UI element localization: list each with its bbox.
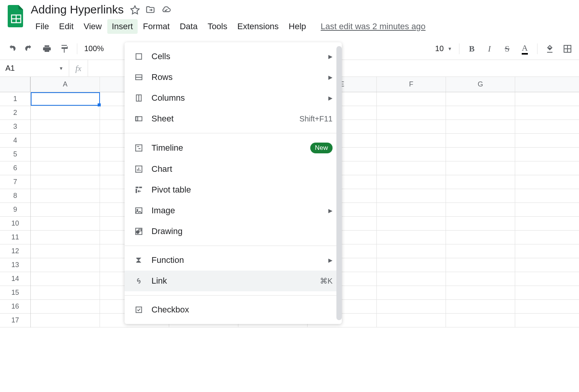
column-header[interactable]: F [377, 77, 446, 92]
cell[interactable] [31, 314, 100, 327]
borders-button[interactable] [562, 43, 573, 54]
menu-insert[interactable]: Insert [107, 19, 138, 34]
star-icon[interactable] [130, 5, 139, 14]
paint-format-button[interactable] [59, 43, 70, 54]
menu-item-sheet[interactable]: SheetShift+F11 [125, 108, 342, 129]
cell[interactable] [446, 217, 515, 230]
cell[interactable] [446, 175, 515, 189]
menu-item-rows[interactable]: Rows▶ [125, 67, 342, 88]
cell[interactable] [377, 286, 446, 299]
undo-button[interactable] [6, 43, 17, 54]
cell[interactable] [377, 120, 446, 133]
menu-edit[interactable]: Edit [54, 19, 78, 34]
row-header[interactable]: 5 [0, 148, 30, 161]
row-header[interactable]: 2 [0, 106, 30, 120]
font-size-select[interactable]: 10 ▼ [435, 44, 452, 53]
cell[interactable] [31, 300, 100, 313]
cell[interactable] [377, 148, 446, 161]
menu-item-pivot-table[interactable]: Pivot table [125, 179, 342, 200]
redo-button[interactable] [24, 43, 35, 54]
cloud-status-icon[interactable] [161, 5, 170, 14]
document-title[interactable]: Adding Hyperlinks [31, 3, 124, 16]
menu-item-timeline[interactable]: TimelineNew [125, 137, 342, 159]
cell[interactable] [31, 189, 100, 203]
cell[interactable] [31, 272, 100, 286]
cell[interactable] [377, 217, 446, 230]
cell[interactable] [31, 161, 100, 175]
cell[interactable] [377, 203, 446, 216]
cell[interactable] [446, 314, 515, 327]
menu-item-drawing[interactable]: Drawing [125, 221, 342, 242]
row-header[interactable]: 15 [0, 286, 30, 300]
cell[interactable] [377, 106, 446, 120]
cell[interactable] [446, 231, 515, 244]
cell[interactable] [446, 134, 515, 147]
row-header[interactable]: 16 [0, 300, 30, 314]
select-all-corner[interactable] [0, 77, 30, 92]
menu-view[interactable]: View [79, 19, 106, 34]
cell[interactable] [377, 314, 446, 327]
cell[interactable] [446, 258, 515, 272]
move-icon[interactable] [145, 5, 155, 14]
cell[interactable] [446, 106, 515, 120]
row-header[interactable]: 10 [0, 217, 30, 231]
row-header[interactable]: 9 [0, 203, 30, 217]
cell[interactable] [446, 161, 515, 175]
sheets-logo[interactable] [6, 3, 26, 29]
cell[interactable] [377, 92, 446, 106]
row-header[interactable]: 11 [0, 231, 30, 244]
scrollbar[interactable] [336, 46, 342, 320]
menu-help[interactable]: Help [284, 19, 311, 34]
cell[interactable] [31, 148, 100, 161]
menu-item-checkbox[interactable]: Checkbox [125, 299, 342, 320]
row-header[interactable]: 4 [0, 134, 30, 148]
row-header[interactable]: 12 [0, 244, 30, 258]
cell[interactable] [377, 244, 446, 258]
row-header[interactable]: 13 [0, 258, 30, 272]
cell[interactable] [377, 134, 446, 147]
row-header[interactable]: 1 [0, 92, 30, 106]
menu-item-cells[interactable]: Cells▶ [125, 46, 342, 67]
row-header[interactable]: 14 [0, 272, 30, 286]
menu-item-chart[interactable]: Chart [125, 159, 342, 179]
fill-color-button[interactable] [544, 43, 555, 54]
strikethrough-button[interactable]: S [502, 43, 512, 54]
cell[interactable] [446, 286, 515, 299]
zoom-select[interactable]: 100% [84, 44, 104, 53]
text-color-button[interactable]: A [519, 43, 530, 54]
cell[interactable] [31, 217, 100, 230]
print-button[interactable] [42, 43, 52, 54]
last-edit-link[interactable]: Last edit was 2 minutes ago [321, 22, 426, 32]
menu-extensions[interactable]: Extensions [233, 19, 283, 34]
cell[interactable] [446, 120, 515, 133]
cell[interactable] [446, 189, 515, 203]
column-header[interactable]: G [446, 77, 515, 92]
cell[interactable] [377, 231, 446, 244]
cell[interactable] [31, 231, 100, 244]
cell[interactable] [446, 92, 515, 106]
row-header[interactable]: 3 [0, 120, 30, 134]
cell[interactable] [31, 244, 100, 258]
cell[interactable] [31, 258, 100, 272]
cell[interactable] [377, 300, 446, 313]
menu-item-function[interactable]: Function▶ [125, 250, 342, 271]
cell[interactable] [446, 272, 515, 286]
cell[interactable] [31, 175, 100, 189]
cell[interactable] [446, 244, 515, 258]
menu-data[interactable]: Data [175, 19, 202, 34]
cell[interactable] [31, 286, 100, 299]
menu-file[interactable]: File [31, 19, 53, 34]
cell[interactable] [31, 120, 100, 133]
cell[interactable] [377, 272, 446, 286]
column-header[interactable]: A [31, 77, 100, 92]
menu-item-image[interactable]: Image▶ [125, 200, 342, 221]
cell[interactable] [31, 203, 100, 216]
cell-reference-box[interactable]: A1 ▼ [0, 60, 69, 76]
menu-tools[interactable]: Tools [203, 19, 232, 34]
italic-button[interactable]: I [484, 43, 495, 54]
cell[interactable] [31, 134, 100, 147]
cell[interactable] [31, 92, 100, 106]
cell[interactable] [377, 161, 446, 175]
cell[interactable] [31, 106, 100, 120]
cell[interactable] [377, 175, 446, 189]
